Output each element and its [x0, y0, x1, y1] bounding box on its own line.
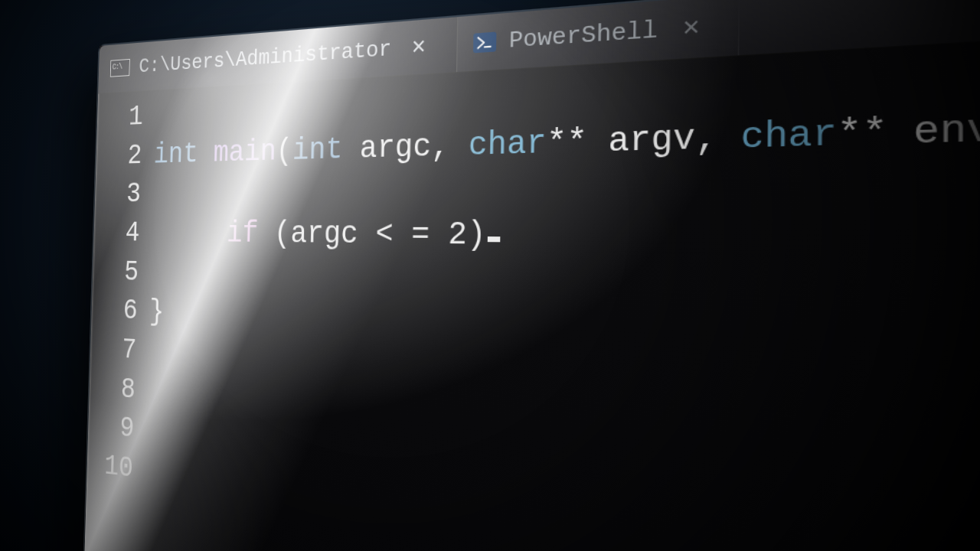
code-area[interactable]: int main(int argc, char** argv, char** e… — [145, 44, 980, 551]
line-number: 8 — [89, 367, 136, 410]
line-number: 2 — [96, 136, 142, 176]
backdrop: C:\ C:\Users\Administrator ✕ PowerShell … — [0, 0, 980, 551]
token-ident: ** envp) { — [837, 103, 980, 155]
code-line: int main(int argc, char** argv, char** e… — [153, 99, 980, 175]
code-line: } — [149, 292, 980, 380]
token-expr: (argc < = 2) — [258, 217, 486, 254]
close-icon[interactable]: ✕ — [403, 31, 435, 64]
code-line: if (argc < = 2) — [151, 211, 980, 267]
text-cursor — [488, 236, 501, 242]
terminal-window: C:\ C:\Users\Administrator ✕ PowerShell … — [79, 0, 980, 551]
line-number: 6 — [91, 291, 138, 331]
powershell-icon — [473, 32, 496, 54]
token-function: main — [213, 135, 276, 170]
close-icon[interactable]: ✕ — [671, 10, 711, 46]
token-punct: ( — [276, 134, 292, 168]
token-keyword: int — [153, 137, 198, 171]
line-number: 10 — [87, 445, 133, 489]
line-number: 4 — [93, 214, 140, 253]
cmd-icon: C:\ — [110, 59, 130, 77]
token-ident: ** argv, — [546, 117, 741, 162]
token-keyword: int — [292, 132, 343, 168]
token-control: if — [227, 217, 259, 250]
line-number: 1 — [96, 97, 143, 138]
token-indent — [151, 217, 227, 250]
line-number-gutter: 12345678910 — [87, 96, 155, 491]
tab-label: PowerShell — [509, 16, 658, 54]
line-number: 3 — [95, 175, 142, 214]
tab-label: C:\Users\Administrator — [139, 36, 391, 78]
token-type: char — [740, 114, 837, 158]
line-number: 7 — [90, 329, 137, 370]
token-type: char — [468, 125, 547, 165]
token-punct: } — [149, 295, 165, 328]
line-number: 9 — [88, 406, 135, 450]
token-ident: argc, — [342, 127, 469, 167]
line-number: 5 — [93, 253, 139, 292]
editor[interactable]: 12345678910 int main(int argc, char** ar… — [87, 5, 980, 551]
